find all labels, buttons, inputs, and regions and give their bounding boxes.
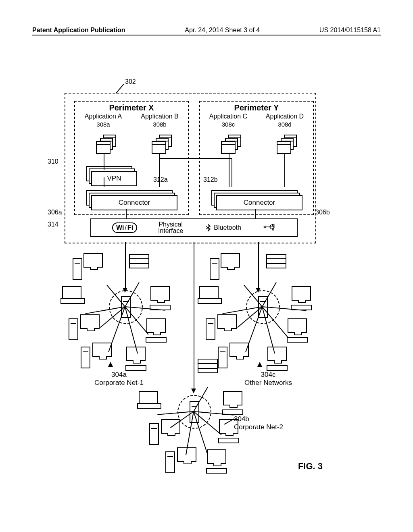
header-publication: Patent Application Publication bbox=[32, 27, 125, 34]
svg-point-0 bbox=[264, 226, 266, 228]
app-d-label: Application D bbox=[257, 113, 313, 120]
line-appD-connY bbox=[284, 154, 285, 187]
vpn-box: VPN bbox=[91, 171, 136, 185]
ref-314: 314 bbox=[48, 221, 58, 228]
figure-number: FIG. 3 bbox=[298, 461, 323, 472]
connector-y-box: Connector bbox=[216, 195, 301, 209]
physical-interface-label: PhysicalInterface bbox=[158, 221, 183, 234]
svg-rect-1 bbox=[272, 224, 274, 226]
ref-306a: 306a bbox=[48, 209, 62, 216]
network-304c bbox=[202, 254, 323, 367]
app-a-label: Application A bbox=[75, 113, 131, 120]
connector-x-box: Connector bbox=[91, 195, 176, 209]
header-date-sheet: Apr. 24, 2014 Sheet 3 of 4 bbox=[185, 27, 260, 34]
ref-310: 310 bbox=[48, 158, 58, 165]
arrowhead-304c bbox=[257, 362, 262, 367]
svg-point-2 bbox=[272, 229, 274, 230]
arrowhead-304a bbox=[108, 362, 113, 367]
line-appB-cross-v bbox=[232, 158, 232, 187]
line-connY-phys bbox=[255, 209, 256, 219]
app-b-label: Application B bbox=[131, 113, 188, 120]
device-box: Perimeter X Application A 308a Applicati… bbox=[65, 93, 316, 243]
physical-interface-box: Wi/Fi PhysicalInterface Bluetooth bbox=[90, 218, 298, 237]
line-appB-cross bbox=[159, 158, 232, 159]
usb-icon bbox=[262, 223, 276, 233]
line-appC-connY bbox=[229, 154, 229, 187]
wifi-icon: Wi/Fi bbox=[112, 222, 137, 233]
leadline-302 bbox=[116, 84, 124, 94]
connector-x-label: Connector bbox=[91, 195, 177, 210]
app-b-icon bbox=[148, 134, 171, 154]
header-pubnumber: US 2014/0115158 A1 bbox=[319, 27, 381, 34]
app-d-ref: 308d bbox=[257, 121, 313, 128]
app-c-label: Application C bbox=[200, 113, 257, 120]
ref-302: 302 bbox=[125, 78, 136, 85]
app-a-icon bbox=[93, 134, 115, 154]
ref-306b: 306b bbox=[315, 209, 330, 216]
network-304a bbox=[65, 254, 186, 367]
figure-diagram: 302 Perimeter X Application A 308a Appli… bbox=[56, 81, 323, 468]
line-vpn-connX bbox=[104, 177, 104, 187]
ref-312b: 312b bbox=[203, 176, 218, 183]
connector-y-label: Connector bbox=[216, 195, 302, 210]
app-b-ref: 308b bbox=[131, 121, 188, 128]
app-d-icon bbox=[273, 134, 296, 154]
line-appA-vpn bbox=[104, 154, 104, 170]
ref-304c: 304c bbox=[261, 371, 276, 378]
bluetooth-icon: Bluetooth bbox=[204, 224, 241, 232]
label-304b: Corporate Net-2 bbox=[234, 423, 283, 431]
vpn-label: VPN bbox=[91, 171, 137, 186]
ref-304a: 304a bbox=[111, 371, 127, 378]
net2-caption: 304b Corporate Net-2 bbox=[234, 415, 307, 431]
app-a-ref: 308a bbox=[75, 121, 131, 128]
ref-312a: 312a bbox=[153, 176, 168, 183]
app-c-ref: 308c bbox=[200, 121, 257, 128]
ref-304b: 304b bbox=[234, 415, 249, 423]
bluetooth-symbol-icon bbox=[204, 224, 212, 232]
app-c-icon bbox=[218, 134, 240, 154]
bluetooth-label: Bluetooth bbox=[214, 224, 241, 231]
line-connX-phys bbox=[126, 209, 127, 219]
perimeter-x-title: Perimeter X bbox=[75, 103, 188, 112]
perimeter-y-title: Perimeter Y bbox=[200, 103, 313, 112]
